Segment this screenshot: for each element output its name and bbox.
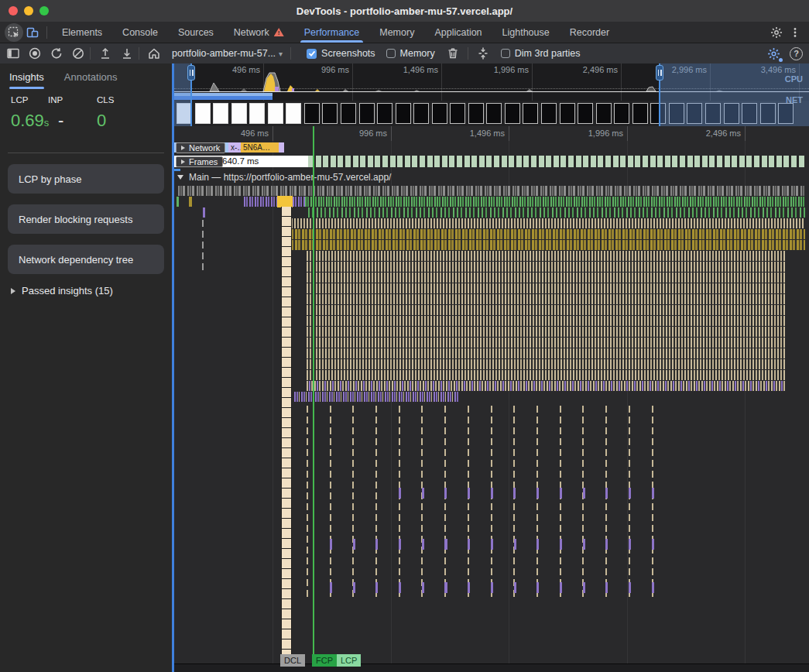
- screenshot-thumbnail[interactable]: [377, 103, 393, 124]
- flame-row-segment: [202, 263, 204, 270]
- tab-label: Lighthouse: [502, 27, 550, 38]
- passed-insights-toggle[interactable]: Passed insights (15): [11, 285, 164, 297]
- screenshot-thumbnail[interactable]: [541, 103, 557, 124]
- flame-sparse-column: [421, 406, 423, 599]
- metric-lcp-label: LCP: [11, 95, 49, 105]
- tab-performance[interactable]: Performance: [294, 22, 370, 43]
- frames-track-toggle[interactable]: Frames: [176, 156, 223, 167]
- screenshot-thumbnail[interactable]: [231, 103, 247, 124]
- screenshot-thumbnail[interactable]: [322, 103, 338, 124]
- screenshot-thumbnail[interactable]: [505, 103, 520, 124]
- insights-sidebar: Insights Annotations LCP 0.69s INP - CLS…: [0, 63, 172, 672]
- tab-recorder[interactable]: Recorder: [560, 22, 619, 43]
- devtools-window: DevTools - portfolio-amber-mu-57.vercel.…: [0, 0, 809, 672]
- flame-row-segment: [307, 294, 785, 304]
- screenshot-thumbnail[interactable]: [268, 103, 283, 124]
- frames-strip[interactable]: [308, 156, 805, 167]
- main-track-header[interactable]: Main — https://portfolio-amber-mu-57.ver…: [174, 168, 809, 184]
- screenshot-thumbnail[interactable]: [286, 103, 301, 124]
- warning-icon: !: [274, 28, 284, 36]
- network-request-bar[interactable]: 5N6A…: [241, 142, 279, 153]
- screenshot-thumbnail[interactable]: [413, 103, 429, 124]
- screenshot-thumbnail[interactable]: [195, 103, 211, 124]
- tab-insights[interactable]: Insights: [9, 71, 44, 89]
- screenshot-thumbnail[interactable]: [632, 103, 648, 124]
- metric-inp[interactable]: INP -: [48, 95, 63, 131]
- device-toolbar-icon[interactable]: [23, 23, 42, 42]
- record-button[interactable]: [28, 46, 42, 60]
- flame-sparse-column: [629, 406, 630, 599]
- tab-memory[interactable]: Memory: [369, 22, 424, 43]
- flame-purple-band: [399, 488, 666, 499]
- insight-card-lcp-by-phase[interactable]: LCP by phase: [8, 164, 164, 194]
- screenshot-thumbnail[interactable]: [523, 103, 538, 124]
- save-profile-icon[interactable]: [120, 46, 134, 60]
- tab-insights-label: Insights: [9, 71, 44, 83]
- screenshot-thumbnail[interactable]: [359, 103, 375, 124]
- screenshot-thumbnail[interactable]: [560, 103, 575, 124]
- screenshot-thumbnail[interactable]: [596, 103, 612, 124]
- track-indicator: [174, 169, 180, 171]
- more-options-kebab-icon[interactable]: [786, 23, 804, 42]
- tab-annotations[interactable]: Annotations: [64, 71, 118, 89]
- collect-garbage-icon[interactable]: [446, 46, 460, 60]
- overview-unselected-right: [660, 63, 809, 126]
- flame-sparse-column: [491, 406, 492, 599]
- flame-row-segment: [288, 240, 805, 250]
- dim-3rd-parties-checkbox[interactable]: [501, 49, 510, 58]
- load-profile-icon[interactable]: [98, 46, 112, 60]
- network-request-bar[interactable]: [279, 142, 284, 153]
- tab-application[interactable]: Application: [424, 22, 492, 43]
- chevron-down-icon: ▾: [279, 50, 283, 58]
- tab-console[interactable]: Console: [112, 22, 168, 43]
- memory-checkbox[interactable]: [386, 49, 396, 58]
- tab-label: Sources: [178, 27, 214, 38]
- tab-sources[interactable]: Sources: [168, 22, 224, 43]
- metric-cls[interactable]: CLS 0: [97, 95, 114, 131]
- selection-right-handle[interactable]: [656, 65, 663, 81]
- home-icon[interactable]: [147, 46, 161, 60]
- screenshot-thumbnail[interactable]: [578, 103, 593, 124]
- record-and-reload-button[interactable]: [50, 46, 63, 60]
- metric-cls-value: 0: [97, 111, 114, 131]
- screenshot-thumbnail[interactable]: [468, 103, 484, 124]
- screenshot-thumbnail[interactable]: [249, 103, 265, 124]
- insight-card-network-tree[interactable]: Network dependency tree: [8, 245, 164, 274]
- selection-left-handle[interactable]: [187, 65, 195, 81]
- metric-lcp[interactable]: LCP 0.69s: [11, 95, 49, 131]
- screenshots-checkbox[interactable]: [307, 49, 317, 59]
- flame-row-segment: [308, 207, 805, 218]
- minimize-window-button[interactable]: [24, 6, 33, 15]
- insight-card-label: Render blocking requests: [19, 214, 132, 225]
- screenshot-thumbnail[interactable]: [450, 103, 465, 124]
- zoom-window-button[interactable]: [39, 6, 49, 15]
- flame-row-segment: [189, 197, 192, 207]
- screenshot-thumbnail[interactable]: [614, 103, 629, 124]
- clear-recording-icon[interactable]: [71, 46, 85, 60]
- screenshot-thumbnail[interactable]: [432, 103, 447, 124]
- flame-row-segment: [202, 231, 204, 238]
- tab-lighthouse[interactable]: Lighthouse: [492, 22, 560, 43]
- tab-network[interactable]: Network!: [224, 22, 294, 43]
- close-window-button[interactable]: [9, 6, 18, 15]
- network-track-toggle[interactable]: Network: [176, 142, 225, 153]
- settings-gear-icon[interactable]: [767, 23, 786, 42]
- inspect-element-icon[interactable]: [5, 23, 23, 42]
- throttling-icon[interactable]: [476, 46, 490, 60]
- help-icon[interactable]: ?: [790, 47, 803, 60]
- screenshot-thumbnail[interactable]: [213, 103, 228, 124]
- screenshot-thumbnail[interactable]: [341, 103, 356, 124]
- network-request-bar[interactable]: x-…: [228, 142, 241, 153]
- toggle-sidebar-icon[interactable]: [6, 46, 20, 60]
- screenshot-thumbnail[interactable]: [304, 103, 320, 124]
- screenshot-thumbnail[interactable]: [486, 103, 502, 124]
- network-request-label: 5N6A…: [241, 142, 279, 153]
- screenshot-thumbnail[interactable]: [396, 103, 411, 124]
- history-page-select[interactable]: portfolio-amber-mu-57... ▾: [172, 48, 283, 59]
- flame-sparse-column: [307, 406, 308, 599]
- timeline-ruler[interactable]: 496 ms996 ms1,496 ms1,996 ms2,496 ms: [174, 126, 809, 141]
- insight-card-render-blocking[interactable]: Render blocking requests: [8, 204, 164, 234]
- ruler-tick-label: 2,496 ms: [683, 129, 741, 138]
- tab-elements[interactable]: Elements: [52, 22, 112, 43]
- capture-settings-gear-icon[interactable]: [767, 47, 780, 60]
